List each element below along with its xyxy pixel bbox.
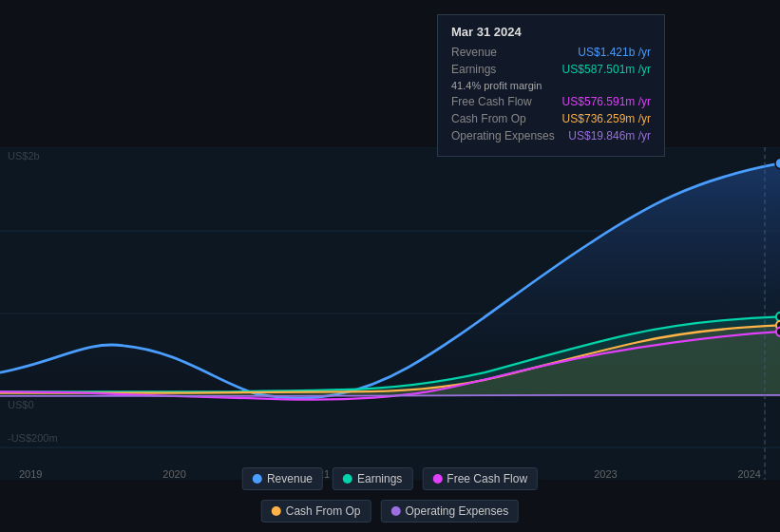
- tooltip-value-fcf: US$576.591m /yr: [562, 95, 651, 108]
- legend-label-fcf: Free Cash Flow: [447, 472, 527, 485]
- legend-label-earnings: Earnings: [357, 472, 402, 485]
- fcf-dot: [776, 328, 780, 336]
- tooltip-label-earnings: Earnings: [451, 63, 556, 76]
- tooltip-value-earnings: US$587.501m /yr: [562, 63, 651, 76]
- chart-svg: [0, 147, 780, 480]
- x-label-2023: 2023: [594, 468, 617, 480]
- tooltip-label-opex: Operating Expenses: [451, 129, 556, 142]
- legend-item-opex[interactable]: Operating Expenses: [380, 500, 519, 522]
- x-label-2020: 2020: [162, 468, 185, 480]
- tooltip: Mar 31 2024 Revenue US$1.421b /yr Earnin…: [437, 14, 665, 157]
- legend-dot-opex: [390, 506, 400, 516]
- tooltip-row-fcf: Free Cash Flow US$576.591m /yr: [451, 95, 651, 108]
- x-label-2024: 2024: [737, 468, 760, 480]
- tooltip-profit-margin: 41.4% profit margin: [451, 80, 651, 91]
- legend-label-opex: Operating Expenses: [405, 504, 508, 518]
- tooltip-label-revenue: Revenue: [451, 46, 556, 59]
- tooltip-row-opex: Operating Expenses US$19.846m /yr: [451, 129, 651, 142]
- legend-item-earnings[interactable]: Earnings: [333, 467, 412, 490]
- legend-item-cashfromop[interactable]: Cash From Op: [261, 500, 371, 522]
- legend-dot-fcf: [432, 474, 442, 484]
- tooltip-value-cashfromop: US$736.259m /yr: [562, 112, 651, 125]
- legend-label-cashfromop: Cash From Op: [286, 504, 361, 518]
- legend-item-revenue[interactable]: Revenue: [242, 467, 323, 490]
- tooltip-value-opex: US$19.846m /yr: [568, 129, 651, 142]
- legend-dot-earnings: [343, 474, 352, 484]
- tooltip-row-revenue: Revenue US$1.421b /yr: [451, 46, 651, 59]
- legend-label-revenue: Revenue: [267, 472, 313, 485]
- chart-container: US$2b US$0 -US$200m Mar 31 2024 Revenue …: [0, 0, 780, 532]
- earnings-dot: [776, 313, 780, 321]
- tooltip-value-revenue: US$1.421b /yr: [578, 46, 651, 59]
- legend-dot-revenue: [253, 474, 262, 484]
- tooltip-row-cashfromop: Cash From Op US$736.259m /yr: [451, 112, 651, 125]
- tooltip-row-earnings: Earnings US$587.501m /yr: [451, 63, 651, 76]
- tooltip-date: Mar 31 2024: [451, 25, 651, 39]
- chart-legend: Revenue Earnings Free Cash Flow Cash Fro…: [195, 467, 585, 522]
- x-label-2019: 2019: [19, 468, 42, 480]
- revenue-dot: [775, 158, 780, 168]
- tooltip-label-cashfromop: Cash From Op: [451, 112, 556, 125]
- chart-area: [0, 147, 780, 480]
- legend-item-fcf[interactable]: Free Cash Flow: [422, 467, 538, 490]
- legend-dot-cashfromop: [272, 506, 281, 516]
- tooltip-label-fcf: Free Cash Flow: [451, 95, 556, 108]
